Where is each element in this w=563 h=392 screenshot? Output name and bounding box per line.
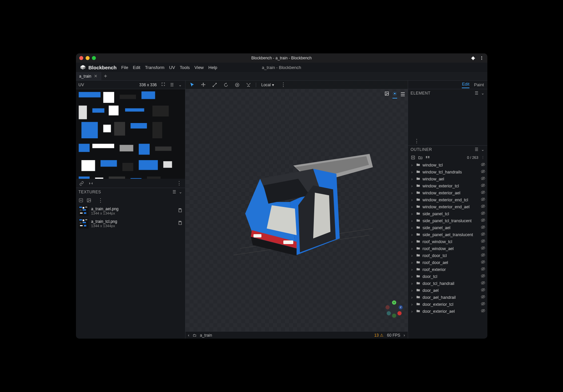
outliner-node[interactable]: › window_tcl_handrails <box>408 168 487 175</box>
visibility-icon[interactable] <box>481 183 485 189</box>
chevron-right-icon[interactable]: › <box>410 246 414 251</box>
chevron-right-icon[interactable]: › <box>410 232 414 237</box>
chevron-right-icon[interactable]: › <box>410 163 414 167</box>
back-icon[interactable]: ‹ <box>188 333 189 338</box>
panel-menu-icon[interactable]: ☰ <box>475 91 479 96</box>
warning-badge[interactable]: 13 ⚠ <box>374 333 384 338</box>
texture-item[interactable]: a_train_tcl.png 1344 x 1344px <box>76 217 185 230</box>
chevron-right-icon[interactable]: › <box>410 170 414 174</box>
chevron-down-icon[interactable]: ⌄ <box>179 190 182 194</box>
uv-editor-viewport[interactable] <box>76 89 185 179</box>
visibility-icon[interactable] <box>481 274 485 279</box>
add-group-icon[interactable] <box>418 155 423 160</box>
orientation-gizmo[interactable]: Y Z <box>385 300 403 318</box>
link-icon[interactable] <box>79 181 84 186</box>
outliner-node[interactable]: › window_exterior_ael <box>408 189 487 196</box>
select-tool-icon[interactable] <box>188 82 196 88</box>
visibility-icon[interactable] <box>481 281 485 286</box>
menu-file[interactable]: File <box>121 65 128 70</box>
chevron-right-icon[interactable]: › <box>410 226 414 230</box>
fullscreen-icon[interactable] <box>160 81 166 88</box>
outliner-node[interactable]: › side_panel_ael_translucent <box>408 231 487 238</box>
outliner-node[interactable]: › window_tcl <box>408 162 487 168</box>
more-icon[interactable] <box>479 56 484 60</box>
visibility-icon[interactable] <box>481 260 485 265</box>
menu-tools[interactable]: Tools <box>180 65 190 70</box>
visibility-icon[interactable] <box>481 176 485 182</box>
panel-menu-icon[interactable]: ☰ <box>170 82 175 88</box>
save-icon[interactable] <box>178 208 182 214</box>
chevron-right-icon[interactable]: › <box>410 239 414 244</box>
outliner-node[interactable]: › door_exterior_ael <box>408 308 487 315</box>
texture-item[interactable]: a_train_ael.png 1344 x 1344px <box>76 205 185 217</box>
outliner-node[interactable]: › window_exterior_end_tcl <box>408 196 487 203</box>
chevron-right-icon[interactable]: › <box>410 288 414 293</box>
menu-help[interactable]: Help <box>208 65 217 70</box>
chevron-right-icon[interactable]: › <box>410 198 414 202</box>
chevron-right-icon[interactable]: › <box>410 274 414 279</box>
toggle-outliner-icon[interactable] <box>425 155 430 160</box>
visibility-icon[interactable] <box>481 239 485 244</box>
visibility-icon[interactable] <box>481 162 485 168</box>
move-tool-icon[interactable] <box>199 82 207 88</box>
chevron-right-icon[interactable]: › <box>410 267 414 272</box>
chevron-right-icon[interactable]: › <box>410 184 414 188</box>
chevron-right-icon[interactable]: › <box>410 260 414 265</box>
visibility-icon[interactable] <box>481 288 485 293</box>
visibility-icon[interactable] <box>481 301 485 307</box>
shading-icon[interactable] <box>392 91 397 98</box>
minimize-window-button[interactable] <box>86 56 90 60</box>
outliner-node[interactable]: › door_ael_handrail <box>408 294 487 301</box>
visibility-icon[interactable] <box>481 253 485 258</box>
file-tab[interactable]: a_train ✕ <box>76 72 102 80</box>
chevron-down-icon[interactable]: ⌄ <box>481 147 485 152</box>
visibility-icon[interactable] <box>481 197 485 203</box>
outliner-node[interactable]: › roof_door_ael <box>408 259 487 266</box>
transform-space-select[interactable]: Local ▾ <box>259 82 276 88</box>
rotate-tool-icon[interactable] <box>222 82 230 88</box>
outliner-node[interactable]: › window_exterior_end_ael <box>408 203 487 210</box>
outliner-node[interactable]: › roof_window_ael <box>408 245 487 252</box>
outliner-node[interactable]: › side_panel_ael <box>408 224 487 231</box>
background-image-icon[interactable] <box>385 91 389 98</box>
visibility-icon[interactable] <box>481 308 485 314</box>
chevron-right-icon[interactable]: › <box>410 253 414 258</box>
forward-icon[interactable]: › <box>404 333 405 338</box>
visibility-icon[interactable] <box>481 225 485 230</box>
visibility-icon[interactable] <box>481 232 485 237</box>
outliner-node[interactable]: › door_tcl <box>408 273 487 280</box>
menu-view[interactable]: View <box>194 65 204 70</box>
mirror-icon[interactable] <box>89 181 93 186</box>
close-window-button[interactable] <box>79 56 83 60</box>
save-icon[interactable] <box>178 221 182 227</box>
more-icon[interactable]: ⋮ <box>279 81 287 89</box>
menu-edit[interactable]: Edit <box>133 65 140 70</box>
visibility-icon[interactable] <box>481 211 485 217</box>
create-texture-icon[interactable] <box>87 198 91 203</box>
viewport-menu-icon[interactable]: ☰ <box>400 91 405 98</box>
resize-tool-icon[interactable] <box>211 82 219 88</box>
mode-tab-paint[interactable]: Paint <box>474 82 484 87</box>
close-tab-icon[interactable]: ✕ <box>94 74 98 79</box>
chevron-right-icon[interactable]: › <box>410 281 414 286</box>
outliner-node[interactable]: › roof_exterior <box>408 266 487 273</box>
chevron-right-icon[interactable]: › <box>410 205 414 209</box>
visibility-icon[interactable] <box>481 294 485 300</box>
visibility-icon[interactable] <box>481 204 485 210</box>
visibility-icon[interactable] <box>481 190 485 196</box>
chevron-right-icon[interactable]: › <box>410 212 414 216</box>
mode-tab-edit[interactable]: Edit <box>462 82 469 88</box>
chevron-down-icon[interactable]: ⌄ <box>481 91 485 96</box>
chevron-right-icon[interactable]: › <box>410 295 414 300</box>
app-logo[interactable]: Blockbench <box>80 64 117 70</box>
vertex-snap-icon[interactable] <box>245 82 252 88</box>
3d-viewport[interactable]: ☰ <box>185 89 408 331</box>
import-texture-icon[interactable] <box>79 198 83 203</box>
chevron-right-icon[interactable]: › <box>410 302 414 307</box>
menu-uv[interactable]: UV <box>169 65 175 70</box>
outliner-node[interactable]: › roof_window_tcl <box>408 238 487 245</box>
more-icon[interactable]: ⋮ <box>98 197 103 204</box>
panel-menu-icon[interactable]: ☰ <box>173 190 176 194</box>
outliner-node[interactable]: › window_exterior_tcl <box>408 182 487 189</box>
outliner-node[interactable]: › door_exterior_tcl <box>408 301 487 308</box>
